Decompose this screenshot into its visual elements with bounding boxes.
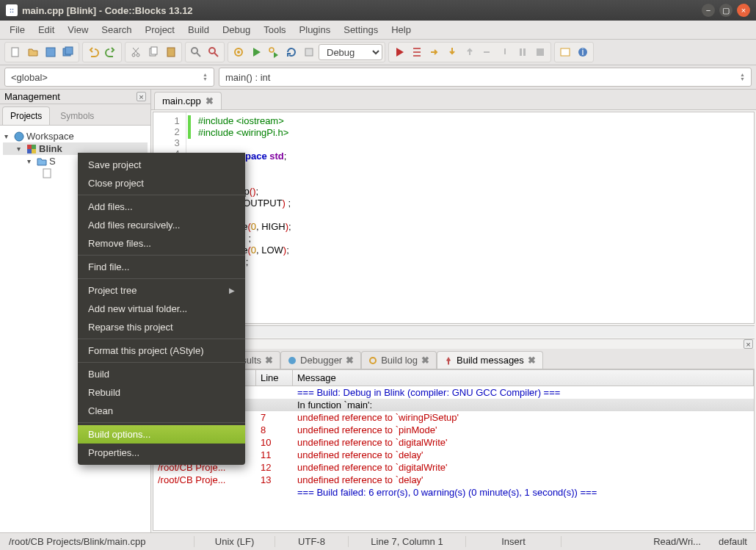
rebuild-icon[interactable] — [283, 44, 299, 60]
log-tab-buildlog[interactable]: Build log✖ — [361, 351, 437, 369]
svg-point-5 — [137, 54, 139, 57]
pin-icon — [444, 356, 453, 365]
tab-close-icon[interactable]: ✖ — [206, 95, 214, 106]
menubar: File Edit View Search Project Build Debu… — [0, 21, 756, 40]
log-tab-buildmsg[interactable]: Build messages✖ — [437, 351, 543, 369]
debug-windows-icon[interactable] — [557, 44, 573, 60]
context-menu-item[interactable]: Close project — [78, 174, 245, 192]
find-icon[interactable] — [188, 44, 204, 60]
context-menu-item[interactable]: Save project — [78, 156, 245, 174]
tab-symbols[interactable]: Symbols — [52, 106, 102, 125]
status-readwrite: Read/Wri... — [644, 536, 710, 547]
menu-separator — [78, 422, 245, 423]
tab-projects[interactable]: Projects — [2, 106, 50, 125]
menu-separator — [78, 255, 245, 256]
management-title: Management — [4, 91, 60, 102]
cut-icon[interactable] — [128, 44, 144, 60]
log-row[interactable]: === Build failed: 6 error(s), 0 warning(… — [153, 486, 754, 499]
panel-close-icon[interactable]: × — [137, 92, 146, 101]
step-into-icon[interactable] — [444, 44, 460, 60]
close-button[interactable]: × — [737, 4, 750, 17]
toolbar-row: Debug i — [0, 40, 756, 65]
svg-rect-1 — [46, 48, 55, 57]
svg-rect-7 — [151, 47, 157, 54]
function-combo[interactable]: main() : int ▲▼ — [219, 68, 752, 87]
svg-rect-23 — [32, 145, 36, 149]
combo-arrows-icon: ▲▼ — [203, 73, 208, 82]
step-into-instr-icon[interactable] — [497, 44, 513, 60]
menu-separator — [78, 278, 245, 279]
editor-tab-main[interactable]: main.cpp ✖ — [154, 92, 222, 109]
build-target-select[interactable]: Debug — [319, 44, 382, 60]
debug-run-icon[interactable] — [391, 44, 407, 60]
svg-rect-17 — [537, 48, 544, 56]
context-menu-item[interactable]: Clean — [78, 402, 245, 420]
context-menu-item[interactable]: Rebuild — [78, 383, 245, 402]
minimize-button[interactable]: − — [702, 4, 715, 17]
open-file-icon[interactable] — [25, 44, 41, 60]
svg-rect-3 — [65, 47, 73, 54]
build-icon[interactable] — [230, 44, 247, 60]
tree-workspace[interactable]: ▾ Workspace — [3, 130, 148, 142]
menu-debug[interactable]: Debug — [217, 22, 255, 37]
status-profile: default — [710, 536, 756, 547]
context-menu-item[interactable]: Format this project (AStyle) — [78, 341, 245, 360]
svg-rect-25 — [32, 149, 36, 153]
abort-icon[interactable] — [301, 44, 317, 60]
menu-help[interactable]: Help — [386, 22, 416, 37]
build-run-icon[interactable] — [266, 44, 282, 60]
new-file-icon[interactable] — [7, 44, 23, 60]
titlebar: :: main.cpp [Blink] - Code::Blocks 13.12… — [0, 0, 756, 21]
scope-combo[interactable]: <global> ▲▼ — [4, 68, 214, 87]
project-context-menu[interactable]: Save projectClose projectAdd files...Add… — [78, 153, 245, 465]
menu-build[interactable]: Build — [183, 22, 214, 37]
save-all-icon[interactable] — [60, 44, 76, 60]
context-menu-item[interactable]: Reparse this project — [78, 318, 245, 336]
context-menu-item[interactable]: Add files recursively... — [78, 216, 245, 234]
maximize-button[interactable]: ▢ — [719, 4, 733, 17]
menu-search[interactable]: Search — [96, 22, 137, 37]
run-to-cursor-icon[interactable] — [409, 44, 425, 60]
menu-plugins[interactable]: Plugins — [294, 22, 336, 37]
step-out-icon[interactable] — [462, 44, 478, 60]
log-row[interactable]: /root/CB Proje...13undefined reference t… — [153, 474, 754, 486]
replace-icon[interactable] — [206, 44, 222, 60]
info-icon[interactable]: i — [575, 44, 591, 60]
undo-icon[interactable] — [85, 44, 101, 60]
menu-tools[interactable]: Tools — [258, 22, 291, 37]
next-instr-icon[interactable] — [479, 44, 495, 60]
status-insert: Insert — [466, 536, 561, 547]
context-menu-item[interactable]: Build options... — [78, 425, 245, 444]
menu-separator — [78, 339, 245, 339]
copy-icon[interactable] — [145, 44, 161, 60]
status-encoding: UTF-8 — [275, 536, 349, 547]
redo-icon[interactable] — [103, 44, 119, 60]
context-menu-item[interactable]: Remove files... — [78, 234, 245, 253]
menu-project[interactable]: Project — [140, 22, 180, 37]
run-icon[interactable] — [248, 44, 264, 60]
svg-point-12 — [237, 51, 240, 54]
break-icon[interactable] — [515, 44, 531, 60]
context-menu-item[interactable]: Project tree▶ — [78, 281, 245, 300]
status-path: /root/CB Projects/Blink/main.cpp — [0, 536, 195, 547]
context-menu-item[interactable]: Properties... — [78, 444, 245, 462]
log-tab-debugger[interactable]: Debugger✖ — [280, 351, 361, 369]
stop-debug-icon[interactable] — [532, 44, 548, 60]
context-menu-item[interactable]: Add new virtual folder... — [78, 300, 245, 318]
menu-view[interactable]: View — [62, 22, 93, 37]
next-line-icon[interactable] — [426, 44, 443, 60]
gear-icon — [368, 356, 377, 365]
save-icon[interactable] — [43, 44, 59, 60]
context-menu-item[interactable]: Add files... — [78, 198, 245, 216]
context-menu-item[interactable]: Find file... — [78, 258, 245, 276]
project-icon — [26, 144, 37, 154]
context-menu-item[interactable]: Build — [78, 365, 245, 383]
svg-point-4 — [132, 54, 135, 57]
paste-icon[interactable] — [163, 44, 179, 60]
menu-settings[interactable]: Settings — [338, 22, 383, 37]
logs-close-icon[interactable]: × — [744, 339, 753, 349]
code-content[interactable]: #include <iostream> #include <wiringPi.h… — [192, 112, 754, 323]
menu-file[interactable]: File — [4, 22, 30, 37]
svg-rect-26 — [43, 169, 51, 178]
menu-edit[interactable]: Edit — [33, 22, 59, 37]
